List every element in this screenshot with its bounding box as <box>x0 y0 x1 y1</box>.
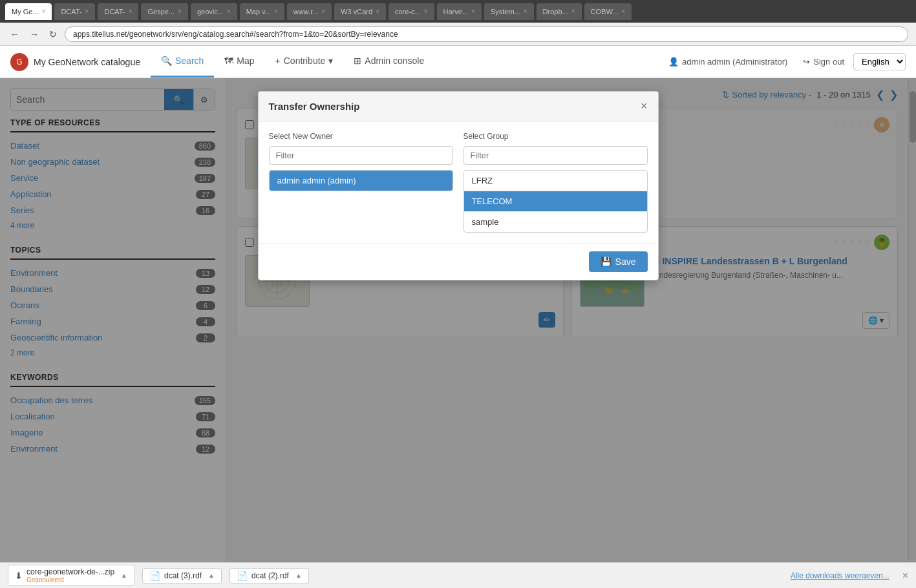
group-list: LFRZ TELECOM sample <box>463 170 648 233</box>
header-right: 👤 admin admin (Administrator) ↪ Sign out… <box>662 53 906 70</box>
header-nav: 🔍 Search 🗺 Map + Contribute ▾ ⊞ Admin co… <box>151 46 434 78</box>
group-item-lfrz[interactable]: LFRZ <box>464 171 647 191</box>
logo-icon: G <box>10 53 28 71</box>
download-item-rdf2[interactable]: 📄 dcat (2).rdf ▲ <box>229 568 309 583</box>
tab-system[interactable]: System...× <box>484 3 534 20</box>
download-chevron-zip: ▲ <box>121 572 127 579</box>
nav-contribute[interactable]: + Contribute ▾ <box>265 46 344 78</box>
main-content: 🔍 ⚙ TYPE OF RESOURCES Dataset 860 Non ge… <box>0 78 916 562</box>
sign-out-label: Sign out <box>813 57 844 67</box>
nav-map[interactable]: 🗺 Map <box>214 46 264 78</box>
download-name-zip: core-geonetwork-de-...zip <box>27 567 114 576</box>
modal-columns: Select New Owner admin admin (admin) Sel… <box>269 132 648 233</box>
tab-harvest[interactable]: Harve...× <box>437 3 482 20</box>
modal-footer: 💾 Save <box>259 243 658 280</box>
downloads-close-button[interactable]: × <box>902 570 908 582</box>
modal-close-button[interactable]: × <box>641 100 648 113</box>
owner-item-admin[interactable]: admin admin (admin) <box>270 171 453 191</box>
tab-gespe[interactable]: Gespe...× <box>141 3 187 20</box>
app-title: My GeoNetwork catalogue <box>34 57 140 67</box>
contribute-nav-icon: + <box>275 56 281 66</box>
save-button[interactable]: 💾 Save <box>589 251 648 272</box>
sign-out-button[interactable]: ↪ Sign out <box>796 57 851 67</box>
modal-overlay[interactable]: Transfer Ownership × Select New Owner ad… <box>0 78 916 562</box>
download-name-rdf3: dcat (3).rdf <box>164 571 202 580</box>
tab-dropb[interactable]: Dropb...× <box>537 3 582 20</box>
tab-close-icon[interactable]: × <box>42 8 46 15</box>
tab-geovic[interactable]: geovic...× <box>191 3 237 20</box>
tab-label: My Ge... <box>12 8 39 16</box>
forward-button[interactable]: → <box>27 28 41 41</box>
tab-dcat2[interactable]: DCAT-× <box>98 3 138 20</box>
tab-cobw[interactable]: COBW...× <box>584 3 632 20</box>
download-sub-zip: Geannuleerd <box>27 576 114 583</box>
tab-dcat1[interactable]: DCAT-× <box>54 3 95 20</box>
owner-list: admin admin (admin) <box>269 170 453 191</box>
nav-map-label: Map <box>237 56 254 66</box>
owner-col-title: Select New Owner <box>269 132 453 141</box>
all-downloads-link[interactable]: Alle downloads weergeven... <box>791 571 889 580</box>
nav-search-label: Search <box>175 56 204 66</box>
tab-core[interactable]: core-c...× <box>389 3 434 20</box>
sign-out-icon: ↪ <box>803 57 810 67</box>
modal-header: Transfer Ownership × <box>259 92 658 121</box>
modal-title: Transfer Ownership <box>269 101 360 112</box>
user-label: admin admin (Administrator) <box>682 57 787 67</box>
download-item-zip[interactable]: ⬇ core-geonetwork-de-...zip Geannuleerd … <box>8 565 134 586</box>
user-icon: 👤 <box>668 57 679 67</box>
nav-admin-label: Admin console <box>365 56 424 66</box>
download-chevron-rdf2: ▲ <box>295 572 302 579</box>
nav-contribute-label: Contribute <box>284 56 326 66</box>
group-item-sample[interactable]: sample <box>464 212 647 232</box>
url-bar[interactable] <box>65 26 908 42</box>
transfer-ownership-modal: Transfer Ownership × Select New Owner ad… <box>258 91 659 280</box>
address-bar: ← → ↻ <box>0 23 916 46</box>
owner-filter-input[interactable] <box>269 146 453 165</box>
group-column: Select Group LFRZ TELECOM sample <box>463 132 648 233</box>
download-icon-rdf3: 📄 <box>149 571 160 581</box>
download-chevron-rdf3: ▲ <box>208 572 215 579</box>
group-item-telecom[interactable]: TELECOM <box>464 191 647 212</box>
map-nav-icon: 🗺 <box>224 56 233 66</box>
group-col-title: Select Group <box>463 132 648 141</box>
save-icon: 💾 <box>601 257 612 267</box>
user-menu[interactable]: 👤 admin admin (Administrator) <box>662 57 794 67</box>
download-bar: ⬇ core-geonetwork-de-...zip Geannuleerd … <box>0 562 916 588</box>
nav-search[interactable]: 🔍 Search <box>151 46 214 78</box>
app-logo: G My GeoNetwork catalogue <box>10 53 140 71</box>
owner-column: Select New Owner admin admin (admin) <box>269 132 453 233</box>
contribute-chevron-icon: ▾ <box>328 56 333 66</box>
tab-w3[interactable]: W3 vCard× <box>334 3 386 20</box>
tab-mapv[interactable]: Map v...× <box>240 3 284 20</box>
language-selector[interactable]: English <box>853 53 906 70</box>
save-label: Save <box>615 257 636 267</box>
group-filter-input[interactable] <box>463 146 648 165</box>
admin-nav-icon: ⊞ <box>354 56 361 66</box>
download-name-rdf2: dcat (2).rdf <box>251 571 289 580</box>
download-icon-rdf2: 📄 <box>237 571 248 581</box>
nav-admin[interactable]: ⊞ Admin console <box>343 46 434 78</box>
download-icon-zip: ⬇ <box>15 571 23 581</box>
active-tab[interactable]: My Ge... × <box>5 3 52 20</box>
back-button[interactable]: ← <box>8 28 22 41</box>
app-header: G My GeoNetwork catalogue 🔍 Search 🗺 Map… <box>0 46 916 78</box>
tab-www[interactable]: www.r...× <box>287 3 332 20</box>
search-nav-icon: 🔍 <box>161 56 172 66</box>
browser-tabs: My Ge... × DCAT-× DCAT-× Gespe...× geovi… <box>0 0 916 23</box>
download-item-rdf3[interactable]: 📄 dcat (3).rdf ▲ <box>142 568 222 583</box>
reload-button[interactable]: ↻ <box>47 28 59 41</box>
modal-body: Select New Owner admin admin (admin) Sel… <box>259 121 658 243</box>
